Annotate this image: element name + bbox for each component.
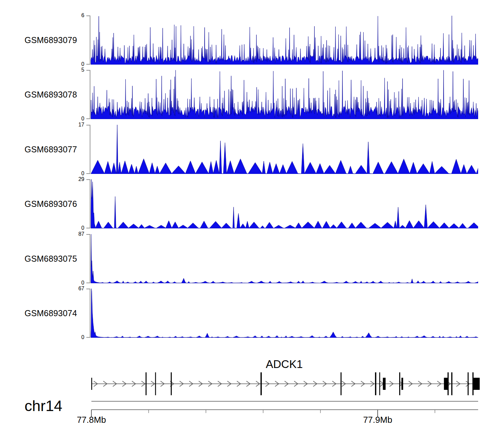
track-label: GSM6893074 bbox=[25, 308, 77, 318]
exon-rect bbox=[91, 378, 92, 390]
coverage-track-2: GSM6893078 5 0 bbox=[0, 70, 504, 119]
coverage-area-plot bbox=[91, 15, 478, 65]
genome-coverage-figure: GSM6893079 6 0 GSM6893078 5 0 GSM6893077… bbox=[0, 0, 504, 444]
coverage-polygon bbox=[91, 289, 478, 338]
axis-tick-label: 77.8Mb bbox=[66, 415, 117, 425]
coverage-polygon bbox=[91, 16, 478, 65]
y-axis-line bbox=[90, 234, 90, 283]
exon-rect bbox=[379, 372, 380, 395]
exon-rect bbox=[473, 378, 480, 390]
y-axis-max-label: 17 bbox=[65, 122, 84, 128]
track-label: GSM6893076 bbox=[25, 199, 77, 209]
y-axis-zero-label: 0 bbox=[65, 225, 84, 231]
y-axis-max-label: 87 bbox=[65, 231, 84, 237]
exon-rect bbox=[145, 372, 146, 395]
coverage-area-plot bbox=[91, 289, 478, 338]
y-axis-max-label: 6 bbox=[65, 12, 84, 18]
axis-tick-label: 77.9Mb bbox=[352, 415, 403, 425]
coverage-area-plot bbox=[91, 179, 478, 228]
y-axis-zero-label: 0 bbox=[65, 334, 84, 340]
exon-rect bbox=[451, 372, 452, 395]
exon-rect bbox=[341, 372, 342, 395]
coverage-polygon bbox=[91, 70, 478, 119]
coverage-area-plot bbox=[91, 125, 478, 174]
y-axis-line bbox=[90, 70, 90, 119]
exon-rect bbox=[375, 372, 376, 395]
exon-rect bbox=[399, 372, 400, 395]
exon-rect bbox=[402, 378, 403, 390]
y-axis-line bbox=[90, 289, 90, 338]
coverage-track-6: GSM6893074 67 0 bbox=[0, 289, 504, 338]
y-axis-zero-label: 0 bbox=[65, 116, 84, 122]
coverage-polygon bbox=[91, 179, 478, 228]
gene-model-track bbox=[0, 357, 504, 400]
exon-rect bbox=[444, 378, 448, 390]
coverage-track-4: GSM6893076 29 0 bbox=[0, 179, 504, 228]
exon-rect bbox=[155, 372, 156, 395]
coverage-polygon bbox=[91, 125, 478, 174]
exon-rect bbox=[448, 372, 449, 395]
coverage-track-5: GSM6893075 87 0 bbox=[0, 234, 504, 283]
track-label: GSM6893079 bbox=[25, 35, 77, 45]
exon-rect bbox=[468, 372, 469, 395]
coverage-track-3: GSM6893077 17 0 bbox=[0, 125, 504, 174]
track-label: GSM6893077 bbox=[25, 145, 77, 154]
y-axis-zero-label: 0 bbox=[65, 280, 84, 286]
y-axis-zero-label: 0 bbox=[65, 171, 84, 177]
coverage-area-plot bbox=[91, 234, 478, 283]
y-axis-max-label: 67 bbox=[65, 286, 84, 292]
coverage-area-plot bbox=[91, 70, 478, 119]
exon-rect bbox=[260, 372, 262, 395]
y-axis-line bbox=[90, 125, 90, 174]
exon-rect bbox=[171, 372, 172, 395]
y-axis-max-label: 29 bbox=[65, 176, 84, 182]
y-axis-line bbox=[90, 179, 90, 228]
track-label: GSM6893075 bbox=[25, 254, 77, 264]
track-label: GSM6893078 bbox=[25, 90, 77, 100]
coverage-polygon bbox=[91, 234, 478, 283]
y-axis-zero-label: 0 bbox=[65, 61, 84, 67]
coverage-track-1: GSM6893079 6 0 bbox=[0, 15, 504, 65]
y-axis-line bbox=[90, 15, 90, 65]
exon-rect bbox=[383, 378, 386, 390]
y-axis-max-label: 5 bbox=[65, 67, 84, 73]
